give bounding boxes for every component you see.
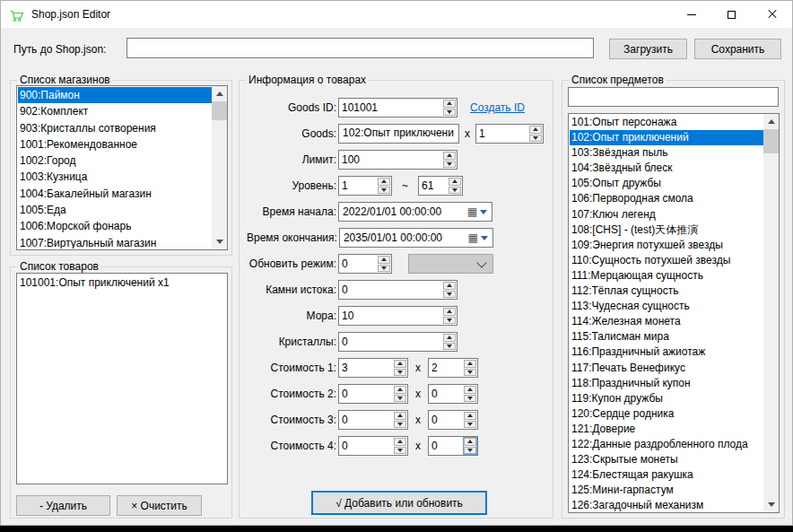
items-search-input[interactable] xyxy=(568,87,779,107)
cost2-id-spinner[interactable]: 0 xyxy=(338,384,408,404)
spin-down-icon[interactable] xyxy=(464,369,476,377)
refresh-mode-spinner[interactable]: 0 xyxy=(338,254,392,274)
items-list[interactable]: 101:Опыт персонажа102:Опыт приключений10… xyxy=(568,113,780,513)
list-item[interactable]: 1005:Еда xyxy=(18,202,212,218)
cost1-id-spinner[interactable]: 3 xyxy=(338,358,408,378)
spin-up-icon[interactable] xyxy=(443,100,456,108)
cost4-count-spinner[interactable]: 0 xyxy=(428,436,478,456)
cost3-id-spinner[interactable]: 0 xyxy=(338,410,408,430)
list-item[interactable]: 101:Опыт персонажа xyxy=(570,115,763,130)
list-item[interactable]: 900:Паймон xyxy=(18,87,212,103)
scroll-up-icon[interactable] xyxy=(763,114,779,129)
primogem-spinner[interactable]: 0 xyxy=(338,280,458,300)
title-bar[interactable]: Shop.json Editor xyxy=(1,1,792,28)
spin-up-icon[interactable] xyxy=(394,438,406,446)
dropdown-arrow-icon[interactable] xyxy=(481,236,488,240)
end-time-picker[interactable]: 2035/01/01 00:00:00 ▦ xyxy=(339,228,493,248)
scroll-down-icon[interactable] xyxy=(212,234,227,249)
spin-up-icon[interactable] xyxy=(443,334,456,342)
cost4-id-spinner[interactable]: 0 xyxy=(338,436,408,456)
maximize-button[interactable] xyxy=(711,1,752,28)
dropdown-arrow-icon[interactable] xyxy=(480,210,487,214)
list-item[interactable]: 111:Мерцающая сущность xyxy=(570,268,763,283)
spin-down-icon[interactable] xyxy=(443,343,456,351)
list-item[interactable]: 122:Данные раздробленного плода xyxy=(570,437,763,452)
crystal-spinner[interactable]: 0 xyxy=(338,332,458,352)
refresh-mode-combo[interactable] xyxy=(408,254,493,274)
spin-down-icon[interactable] xyxy=(464,447,476,455)
list-item[interactable]: 110:Сущность потухшей звезды xyxy=(570,253,763,268)
list-item[interactable]: 1003:Кузница xyxy=(18,169,212,185)
list-item[interactable]: 108:[CHS] - (test)天体推演 xyxy=(570,222,763,238)
list-item[interactable]: 1007:Виртуальный магазин xyxy=(18,235,212,249)
list-item[interactable]: 120:Сердце родника xyxy=(570,406,763,422)
goods-count-spinner[interactable]: 1 xyxy=(475,124,544,144)
list-item[interactable]: 902:Комплект xyxy=(18,103,212,119)
list-item[interactable]: 124:Блестящая ракушка xyxy=(570,467,763,483)
scroll-down-icon[interactable] xyxy=(763,497,779,512)
spin-down-icon[interactable] xyxy=(529,135,542,143)
shops-scrollbar[interactable] xyxy=(212,86,227,249)
goods-input[interactable]: 102:Опыт приключени xyxy=(338,124,459,144)
level-max-spinner[interactable]: 61 xyxy=(418,176,463,196)
spin-up-icon[interactable] xyxy=(464,412,476,420)
list-item[interactable]: 121:Доверие xyxy=(570,422,763,437)
clear-button[interactable]: × Очистить xyxy=(117,495,202,516)
create-id-link[interactable]: Создать ID xyxy=(470,101,525,114)
list-item[interactable]: 123:Скрытые монеты xyxy=(570,452,763,467)
list-item[interactable]: 117:Печать Венефикус xyxy=(570,361,763,376)
spin-up-icon[interactable] xyxy=(464,360,476,368)
path-input[interactable] xyxy=(126,38,594,58)
scroll-thumb[interactable] xyxy=(212,101,227,120)
spin-down-icon[interactable] xyxy=(449,187,461,195)
spin-up-icon[interactable] xyxy=(394,412,406,420)
goods-id-spinner[interactable]: 101001 xyxy=(338,98,458,118)
spin-up-icon[interactable] xyxy=(529,126,542,134)
close-button[interactable] xyxy=(752,1,792,28)
limit-spinner[interactable]: 100 xyxy=(338,150,458,170)
spin-up-icon[interactable] xyxy=(449,178,461,186)
list-item[interactable]: 125:Мини-гарпастум xyxy=(570,483,763,498)
spin-up-icon[interactable] xyxy=(443,152,456,160)
spin-down-icon[interactable] xyxy=(394,421,406,429)
load-button[interactable]: Загрузить xyxy=(609,39,687,59)
list-item[interactable]: 106:Первородная смола xyxy=(570,191,763,206)
spin-down-icon[interactable] xyxy=(378,265,390,273)
list-item[interactable]: 1004:Бакалейный магазин xyxy=(18,186,212,202)
list-item[interactable]: 114:Железная монета xyxy=(570,314,763,329)
spin-down-icon[interactable] xyxy=(378,187,390,195)
list-item[interactable]: 113:Чудесная сущность xyxy=(570,299,763,314)
list-item[interactable]: 1001:Рекомендованное xyxy=(18,136,212,153)
items-scrollbar[interactable] xyxy=(763,114,779,512)
goods-list[interactable]: 101001:Опыт приключений x1 xyxy=(16,273,228,484)
spin-up-icon[interactable] xyxy=(394,386,406,394)
spin-down-icon[interactable] xyxy=(443,291,456,299)
list-item[interactable]: 1006:Морской фонарь xyxy=(18,218,212,234)
spin-down-icon[interactable] xyxy=(443,161,456,169)
minimize-button[interactable] xyxy=(671,1,711,28)
spin-up-icon[interactable] xyxy=(378,256,390,264)
spin-up-icon[interactable] xyxy=(378,178,390,186)
list-item[interactable]: 101001:Опыт приключений x1 xyxy=(18,275,226,291)
cost1-count-spinner[interactable]: 2 xyxy=(428,358,478,378)
spin-down-icon[interactable] xyxy=(394,395,406,403)
add-or-update-button[interactable]: √ Добавить или обновить xyxy=(311,491,487,515)
spin-down-icon[interactable] xyxy=(443,317,456,325)
scroll-thumb[interactable] xyxy=(763,129,779,153)
list-item[interactable]: 903:Кристаллы сотворения xyxy=(18,120,212,136)
spin-up-icon[interactable] xyxy=(464,438,476,446)
list-item[interactable]: 103:Звёздная пыль xyxy=(570,145,763,161)
list-item[interactable]: 109:Энергия потухшей звезды xyxy=(570,238,763,253)
spin-up-icon[interactable] xyxy=(464,386,476,394)
delete-button[interactable]: - Удалить xyxy=(16,495,110,516)
spin-up-icon[interactable] xyxy=(394,360,406,368)
list-item[interactable]: 116:Праздничный ажиотаж xyxy=(570,344,763,360)
mora-spinner[interactable]: 10 xyxy=(338,306,458,326)
spin-down-icon[interactable] xyxy=(394,369,406,377)
list-item[interactable]: 126:Загадочный механизм xyxy=(570,498,763,511)
scroll-up-icon[interactable] xyxy=(212,86,227,101)
spin-up-icon[interactable] xyxy=(443,282,456,290)
list-item[interactable]: 102:Опыт приключений xyxy=(570,130,763,145)
spin-down-icon[interactable] xyxy=(464,421,476,429)
list-item[interactable]: 119:Купон дружбы xyxy=(570,391,763,406)
